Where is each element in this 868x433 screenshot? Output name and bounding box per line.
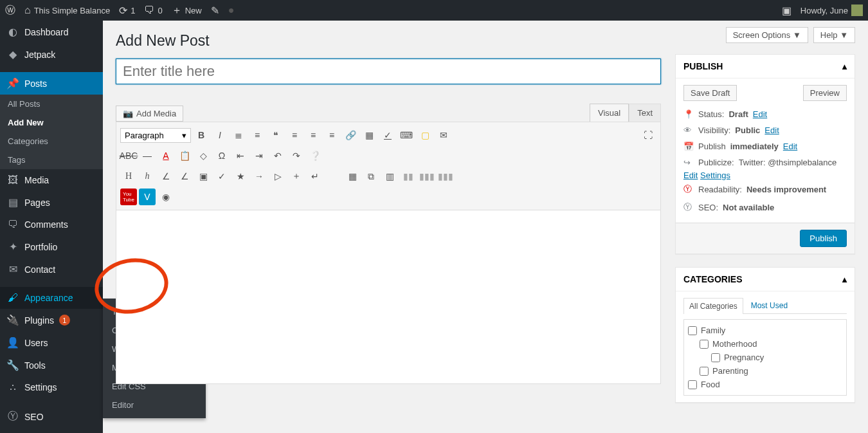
textcolor-button[interactable]: A bbox=[158, 147, 174, 164]
cat-tab-most[interactable]: Most Used bbox=[746, 298, 793, 314]
link2-button[interactable]: ⧉ bbox=[363, 168, 379, 185]
cat-parenting[interactable]: Parenting bbox=[688, 364, 842, 378]
updates[interactable]: ⟳1 bbox=[119, 5, 135, 17]
menu-seo[interactable]: ⓎSEO bbox=[0, 405, 103, 428]
post-title-input[interactable] bbox=[116, 59, 661, 84]
status-dot[interactable]: ● bbox=[228, 5, 235, 16]
paste-button[interactable]: 📋 bbox=[176, 147, 193, 164]
menu-posts[interactable]: 📌Posts bbox=[0, 72, 103, 95]
screen-options-button[interactable]: Screen Options ▼ bbox=[726, 27, 808, 43]
box-button[interactable]: ▣ bbox=[195, 168, 212, 185]
menu-dashboard[interactable]: ◐Dashboard bbox=[0, 21, 103, 43]
more-button[interactable]: ▦ bbox=[361, 127, 377, 143]
wp-logo[interactable]: ⓦ bbox=[5, 4, 15, 17]
editor-content[interactable] bbox=[116, 210, 661, 384]
arrow-button[interactable]: → bbox=[251, 168, 267, 185]
cat-tab-all[interactable]: All Categories bbox=[683, 298, 743, 314]
sq1-button[interactable] bbox=[325, 168, 342, 185]
number-list-button[interactable]: ≡ bbox=[249, 127, 266, 143]
edit-date-link[interactable]: Edit bbox=[783, 142, 797, 151]
edit-publicize-link[interactable]: Edit bbox=[683, 170, 698, 180]
return-button[interactable]: ↵ bbox=[307, 168, 323, 185]
hr-button[interactable]: — bbox=[139, 147, 156, 164]
yoast-icon[interactable]: ✎ bbox=[211, 5, 219, 17]
publish-button[interactable]: Publish bbox=[800, 230, 847, 247]
h-italic-button[interactable]: h bbox=[139, 168, 156, 185]
submenu-all-posts[interactable]: All Posts bbox=[0, 95, 103, 113]
site-name[interactable]: ⌂This Simple Balance bbox=[24, 5, 110, 16]
indent-button[interactable]: ⇥ bbox=[251, 147, 267, 164]
edit-visibility-link[interactable]: Edit bbox=[764, 125, 779, 135]
sq2-button[interactable]: ▦ bbox=[344, 168, 361, 185]
strike-button[interactable]: ABC bbox=[120, 147, 137, 164]
tab-text[interactable]: Text bbox=[629, 104, 661, 122]
toggle-icon[interactable]: ▴ bbox=[842, 61, 847, 71]
format-select[interactable]: Paragraph▾ bbox=[120, 128, 191, 143]
menu-tools[interactable]: 🔧Tools bbox=[0, 354, 103, 376]
menu-plugins[interactable]: 🔌Plugins1 bbox=[0, 309, 103, 331]
cat-motherhood[interactable]: Motherhood bbox=[688, 337, 842, 351]
bullet-list-button[interactable]: ≣ bbox=[230, 127, 247, 143]
misc-button[interactable]: ◉ bbox=[158, 189, 174, 205]
menu-portfolio[interactable]: ✦Portfolio bbox=[0, 235, 103, 258]
menu-jetpack[interactable]: ◆Jetpack bbox=[0, 43, 103, 66]
redo-button[interactable]: ↷ bbox=[288, 147, 305, 164]
h-button[interactable]: H bbox=[120, 168, 137, 185]
underline-color-button[interactable]: ∠ bbox=[158, 168, 174, 185]
youtube-button[interactable]: YouTube bbox=[120, 189, 137, 205]
bold-button[interactable]: B bbox=[193, 127, 210, 143]
quote-button[interactable]: ❝ bbox=[267, 127, 284, 143]
menu-appearance[interactable]: 🖌Appearance bbox=[0, 287, 103, 309]
omega-button[interactable]: Ω bbox=[213, 147, 230, 164]
settings-link[interactable]: Settings bbox=[700, 170, 730, 180]
link-button[interactable]: 🔗 bbox=[342, 127, 359, 143]
vimeo-button[interactable]: V bbox=[139, 189, 156, 205]
help-button[interactable]: Help ▼ bbox=[813, 27, 855, 43]
undo-button[interactable]: ↶ bbox=[269, 147, 286, 164]
menu-contact[interactable]: ✉Contact bbox=[0, 258, 103, 281]
keyboard-button[interactable]: ⌨ bbox=[398, 127, 415, 143]
preview-button[interactable]: Preview bbox=[803, 85, 847, 101]
submenu-categories[interactable]: Categories bbox=[0, 132, 103, 151]
menu-settings[interactable]: ⛬Settings bbox=[0, 376, 103, 398]
italic-button[interactable]: I bbox=[212, 127, 228, 143]
star-button[interactable]: ★ bbox=[232, 168, 249, 185]
outdent-button[interactable]: ⇤ bbox=[232, 147, 249, 164]
clear-button[interactable]: ◇ bbox=[195, 147, 212, 164]
toggle-icon[interactable]: ▴ bbox=[842, 274, 847, 284]
menu-media[interactable]: 🖾Media bbox=[0, 169, 103, 191]
align-right-button[interactable]: ≡ bbox=[323, 127, 340, 143]
my-account[interactable]: Howdy, June bbox=[800, 5, 863, 16]
menu-pages[interactable]: ▤Pages bbox=[0, 191, 103, 214]
col3-button[interactable]: ▮▮▮ bbox=[437, 168, 454, 185]
edit-status-link[interactable]: Edit bbox=[753, 109, 767, 119]
category-list[interactable]: Family Motherhood Pregnancy Parenting Fo… bbox=[683, 319, 847, 396]
menu-users[interactable]: 👤Users bbox=[0, 331, 103, 354]
cat-family[interactable]: Family bbox=[688, 324, 842, 337]
save-draft-button[interactable]: Save Draft bbox=[683, 85, 737, 101]
comments-count[interactable]: 🗨0 bbox=[144, 5, 162, 16]
tab-visual[interactable]: Visual bbox=[590, 104, 629, 122]
new-content[interactable]: ＋New bbox=[172, 4, 202, 17]
col2-button[interactable]: ▮▮▮ bbox=[419, 168, 435, 185]
add-media-button[interactable]: 📷Add Media bbox=[116, 106, 183, 122]
cat-pregnancy[interactable]: Pregnancy bbox=[688, 351, 842, 364]
spellcheck-button[interactable]: ✓ bbox=[379, 127, 396, 143]
submenu-tags[interactable]: Tags bbox=[0, 151, 103, 169]
check-button[interactable]: ✓ bbox=[213, 168, 230, 185]
align-left-button[interactable]: ≡ bbox=[286, 127, 303, 143]
note-button[interactable]: ▢ bbox=[417, 127, 433, 143]
menu-comments[interactable]: 🗨Comments bbox=[0, 214, 103, 235]
submenu-add-new[interactable]: Add New bbox=[0, 113, 103, 132]
highlight-button[interactable]: ∠ bbox=[176, 168, 193, 185]
col1-button[interactable]: ▮▮ bbox=[400, 168, 417, 185]
grid-button[interactable]: ▥ bbox=[381, 168, 398, 185]
play-button[interactable]: ▷ bbox=[269, 168, 286, 185]
plus2-button[interactable]: ＋ bbox=[288, 168, 305, 185]
fullscreen-button[interactable]: ⛶ bbox=[640, 127, 656, 143]
align-center-button[interactable]: ≡ bbox=[305, 127, 321, 143]
cat-food[interactable]: Food bbox=[688, 378, 842, 391]
envelope-button[interactable]: ✉ bbox=[435, 127, 452, 143]
notifications[interactable]: ▣ bbox=[782, 5, 791, 17]
help-icon-button[interactable]: ❔ bbox=[307, 147, 323, 164]
